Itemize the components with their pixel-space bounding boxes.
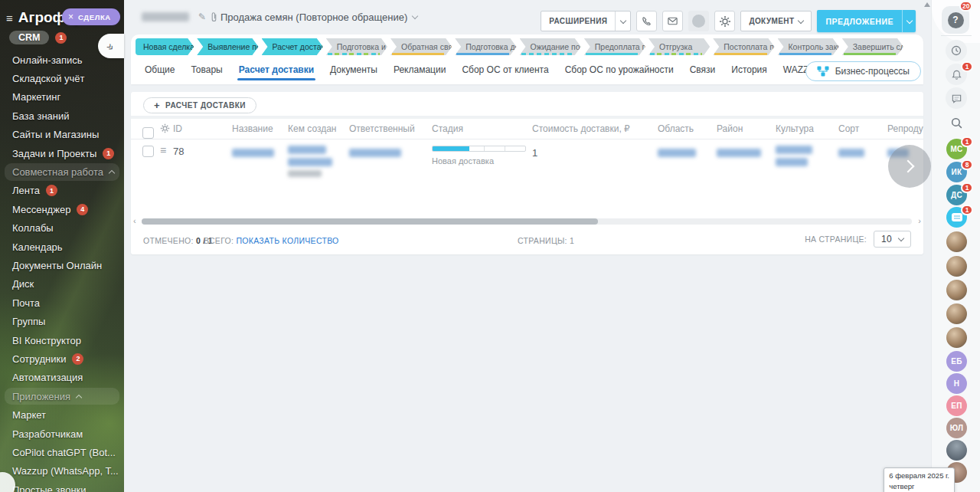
- proposal-button[interactable]: ПРЕДЛОЖЕНИЕ: [817, 10, 916, 32]
- sidebar-item-messenger[interactable]: Мессенджер4: [0, 200, 124, 218]
- proposal-dropdown[interactable]: [902, 10, 916, 32]
- next-page-arrow-button[interactable]: [888, 145, 931, 188]
- redacted-creator-link[interactable]: [288, 146, 326, 154]
- sidebar-item-copilot[interactable]: CoPilot chatGPT (Bot...: [0, 443, 124, 461]
- extensions-button[interactable]: РАСШИРЕНИЯ: [541, 11, 631, 31]
- redacted-responsible-link[interactable]: [349, 149, 401, 157]
- stage-feedback[interactable]: Обратная связь ...: [390, 38, 452, 55]
- phone-call-button[interactable]: [636, 11, 657, 31]
- tab-relations[interactable]: Связи: [688, 55, 717, 84]
- tab-general[interactable]: Общие: [143, 55, 176, 84]
- group-photo-avatar[interactable]: [946, 303, 967, 324]
- sidebar-item-collabs[interactable]: Коллабы: [0, 219, 124, 238]
- deal-type-title[interactable]: Продажа семян (Повторное обращение): [220, 11, 417, 23]
- user-avatar[interactable]: ЕБ: [946, 351, 967, 372]
- table-row[interactable]: ≡ 78 Новая доставка 1: [131, 139, 923, 185]
- column-header-culture[interactable]: Культура: [776, 123, 814, 134]
- email-button[interactable]: [662, 11, 683, 31]
- column-header-creator[interactable]: Кем создан: [288, 123, 336, 134]
- stage-preparation[interactable]: Подготовка и от...: [326, 38, 387, 55]
- stage-finish-deal[interactable]: Завершить сдел...: [842, 38, 903, 55]
- row-menu-icon[interactable]: ≡: [160, 144, 166, 156]
- scroll-left-arrow[interactable]: ‹: [133, 216, 136, 225]
- user-avatar[interactable]: ЮЛ: [946, 418, 967, 438]
- scroll-right-arrow[interactable]: ›: [918, 216, 921, 225]
- sidebar-item-marketing[interactable]: Маркетинг: [0, 88, 124, 107]
- search-button[interactable]: [946, 112, 967, 133]
- tab-documents[interactable]: Документы: [328, 55, 379, 84]
- sidebar-item-simple-calls[interactable]: Простые звонки: [0, 481, 124, 492]
- column-header-name[interactable]: Название: [232, 123, 273, 134]
- stage-shipment[interactable]: Отгрузка: [648, 38, 710, 55]
- business-process-button[interactable]: Бизнес-процессы: [805, 61, 921, 81]
- sidebar-item-calendar[interactable]: Календарь: [0, 238, 124, 256]
- redacted-name-link[interactable]: [232, 149, 274, 157]
- sidebar-item-market[interactable]: Маркет: [0, 405, 124, 424]
- column-header-district[interactable]: Район: [717, 123, 743, 134]
- per-page-select[interactable]: 10: [874, 231, 911, 248]
- sidebar-item-sites[interactable]: Сайты и Магазины: [0, 126, 124, 144]
- column-header-responsible[interactable]: Ответственный: [349, 123, 415, 134]
- add-delivery-calculation-button[interactable]: + РАСЧЕТ ДОСТАВКИ: [143, 97, 256, 113]
- sidebar-collapse-button[interactable]: »: [98, 34, 124, 58]
- redacted-creator-link[interactable]: [288, 158, 332, 166]
- sidebar-item-drive[interactable]: Диск: [0, 275, 124, 294]
- sidebar-section-apps[interactable]: Приложения: [0, 387, 124, 405]
- stage-delivery-calculation[interactable]: Расчет доставки: [262, 38, 323, 55]
- person-photo-avatar[interactable]: [946, 440, 967, 461]
- sidebar-item-crm[interactable]: CRM: [9, 31, 49, 44]
- sidebar-item-bi-builder[interactable]: BI Конструктор: [0, 331, 124, 349]
- extensions-dropdown[interactable]: [615, 11, 630, 31]
- row-checkbox[interactable]: [142, 146, 154, 157]
- grid-settings-button[interactable]: [160, 123, 170, 133]
- show-count-link[interactable]: ПОКАЗАТЬ КОЛИЧЕСТВО: [236, 236, 338, 245]
- stage-new-deal[interactable]: Новая сделка: [136, 38, 194, 55]
- history-button[interactable]: [946, 40, 967, 61]
- tab-products[interactable]: Товары: [189, 55, 224, 84]
- column-header-sort[interactable]: Сорт: [838, 123, 859, 134]
- group-photo-avatar[interactable]: [946, 327, 967, 348]
- tab-client-feedback[interactable]: Сбор ОС от клиента: [460, 55, 550, 84]
- column-header-delivery-cost[interactable]: Стоимость доставки, ₽: [532, 123, 630, 134]
- stage-awaiting-signature[interactable]: Ожидание подп...: [520, 38, 581, 55]
- sidebar-item-feed[interactable]: Лента1: [0, 182, 124, 200]
- column-header-region[interactable]: Область: [658, 123, 694, 134]
- chat-button[interactable]: [946, 87, 967, 109]
- link-icon[interactable]: [210, 11, 218, 23]
- document-button[interactable]: ДОКУМЕНТ: [740, 11, 812, 31]
- user-avatar[interactable]: ЕП: [946, 395, 967, 416]
- stage-closing-control[interactable]: Контроль закры...: [778, 38, 839, 55]
- sidebar-item-employees[interactable]: Сотрудники2: [0, 349, 124, 368]
- group-photo-avatar[interactable]: [946, 256, 967, 277]
- hamburger-menu-icon[interactable]: ≡: [6, 12, 13, 24]
- stage-progress-bar[interactable]: [432, 146, 526, 152]
- stage-contract-preparation[interactable]: Подготовка дог...: [455, 38, 516, 55]
- sidebar-item-tasks[interactable]: Задачи и Проекты1: [0, 144, 124, 162]
- tab-history[interactable]: История: [730, 55, 769, 84]
- sidebar-item-developers[interactable]: Разработчикам: [0, 425, 124, 443]
- column-header-reproduction[interactable]: Репродукция: [887, 123, 923, 134]
- sidebar-section-collaboration[interactable]: Совместная работа: [0, 162, 124, 181]
- column-header-stage[interactable]: Стадия: [432, 123, 463, 134]
- sidebar-item-automation[interactable]: Автоматизация: [0, 369, 124, 387]
- tab-yield-feedback[interactable]: Сбор ОС по урожайности: [564, 55, 675, 84]
- close-icon[interactable]: ×: [68, 12, 74, 21]
- settings-button[interactable]: [714, 11, 735, 31]
- stage-prepayment[interactable]: Предоплата пол...: [584, 38, 645, 55]
- group-photo-avatar[interactable]: [946, 231, 967, 252]
- sidebar-item-wazzup[interactable]: Wazzup (WhatsApp, T...: [0, 462, 124, 481]
- column-header-id[interactable]: ID: [173, 123, 182, 134]
- edit-pencil-icon[interactable]: ✎: [198, 12, 206, 21]
- deal-entity-badge[interactable]: × СДЕЛКА: [62, 8, 120, 25]
- scrollbar-thumb[interactable]: [142, 218, 598, 225]
- sidebar-item-warehouse[interactable]: Складской учёт: [0, 69, 124, 87]
- stage-needs-identification[interactable]: Выявление пот...: [197, 38, 258, 55]
- user-avatar[interactable]: Н: [946, 373, 967, 394]
- select-all-checkbox[interactable]: [142, 127, 154, 139]
- tab-delivery-calculation[interactable]: Расчет доставки: [237, 55, 315, 84]
- sidebar-item-docs-online[interactable]: Документы Онлайн: [0, 256, 124, 274]
- stage-postpayment[interactable]: Постоплата пол...: [713, 38, 774, 55]
- scroll-up-arrow[interactable]: [924, 2, 930, 7]
- tab-claims[interactable]: Рекламации: [392, 55, 447, 84]
- sidebar-item-knowledge-base[interactable]: База знаний: [0, 107, 124, 125]
